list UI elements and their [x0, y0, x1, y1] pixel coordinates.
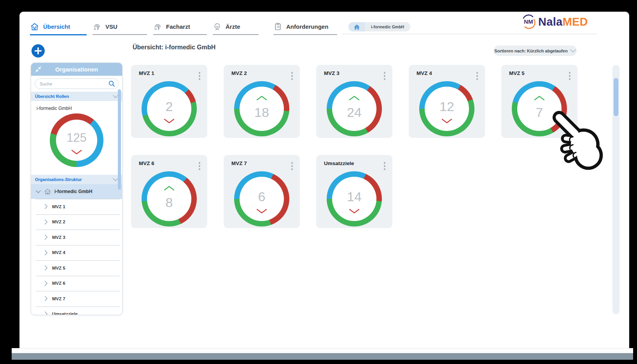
- kebab-menu-icon[interactable]: [198, 71, 201, 81]
- tab-facharzt[interactable]: Facharzt: [153, 19, 207, 35]
- tab-aerzte[interactable]: Ärzte: [213, 19, 259, 35]
- tree-item-mvz-3[interactable]: MVZ 3: [31, 230, 122, 245]
- donut-chart: 2: [142, 81, 197, 136]
- chevron-right-icon: [44, 204, 48, 209]
- trend-up-icon: [348, 95, 360, 101]
- screenshot-canvas: Übersicht VSU Facharzt Ärzte: [0, 0, 637, 364]
- section-label: Organisations-Struktur: [35, 177, 82, 182]
- tree-item-label: MVZ 3: [52, 235, 65, 240]
- card-mvz-2[interactable]: MVZ 2 18: [224, 65, 300, 138]
- tree-root-i-formedic[interactable]: i-formedic GmbH: [31, 184, 122, 199]
- tree-item-mvz-5[interactable]: MVZ 5: [31, 260, 122, 276]
- donut-count: 8: [142, 195, 197, 210]
- chevron-right-icon: [44, 312, 48, 315]
- add-button[interactable]: [32, 44, 45, 57]
- chevron-right-icon: [44, 250, 48, 255]
- section-organisations-struktur[interactable]: Organisations-Struktur: [31, 175, 122, 184]
- chevron-down-icon: [36, 190, 41, 193]
- nav-divider: [342, 34, 597, 34]
- kebab-menu-icon[interactable]: [290, 71, 294, 81]
- panel-header[interactable]: Organisationen: [31, 63, 122, 76]
- tree-item-mvz-4[interactable]: MVZ 4: [31, 245, 122, 261]
- kebab-menu-icon[interactable]: [290, 161, 294, 171]
- search-input[interactable]: [35, 78, 119, 89]
- tree-item-mvz-2[interactable]: MVZ 2: [31, 214, 122, 230]
- tree-item-label: MVZ 7: [52, 296, 65, 301]
- section-label: Übersicht Rollen: [35, 94, 69, 99]
- donut-chart: 125: [50, 113, 103, 167]
- chevron-right-icon: [44, 265, 48, 270]
- donut-chart: 8: [142, 171, 197, 226]
- kebab-menu-icon[interactable]: [383, 161, 387, 171]
- kebab-menu-icon[interactable]: [568, 71, 572, 81]
- tree-item-label: MVZ 6: [52, 281, 65, 286]
- sidebar-scrollbar-thumb[interactable]: [118, 89, 121, 190]
- panel-title: Organisationen: [55, 66, 98, 73]
- chevron-right-icon: [44, 235, 48, 240]
- breadcrumb[interactable]: i-formedic GmbH: [348, 22, 410, 31]
- hospital-icon: [30, 22, 39, 31]
- tab-vsu[interactable]: VSU: [93, 19, 147, 35]
- card-mvz-1[interactable]: MVZ 1 2: [131, 65, 207, 138]
- home-icon[interactable]: [348, 22, 365, 31]
- collapse-icon[interactable]: [35, 66, 42, 73]
- kebab-menu-icon[interactable]: [476, 71, 479, 81]
- chevron-down-icon: [113, 95, 118, 98]
- cards-grid: MVZ 1 2 MVZ 2 18: [131, 65, 578, 228]
- card-title: MVZ 3: [324, 70, 340, 76]
- card-umsatzziele[interactable]: Umsatzziele 14: [316, 155, 392, 228]
- tree-item-mvz-7[interactable]: MVZ 7: [31, 291, 122, 307]
- window-footer-strip: [12, 348, 633, 354]
- window-bottom-bar: [12, 353, 633, 360]
- trend-down-icon: [441, 118, 453, 124]
- tree-item-label: MVZ 5: [52, 266, 65, 270]
- donut-count: 12: [419, 99, 474, 114]
- tree-item-label: MVZ 4: [52, 250, 65, 255]
- page-title: Übersicht: i-formedic GmbH: [133, 44, 215, 51]
- tree-item-label: Umsatzziele: [52, 312, 78, 315]
- trend-down-icon: [348, 208, 360, 214]
- fingerprint-icon: [93, 22, 102, 31]
- card-mvz-5[interactable]: MVZ 5 7: [501, 65, 578, 138]
- clipboard-icon: [273, 22, 282, 31]
- role-org-label: i-formedic GmbH: [37, 106, 72, 111]
- card-mvz-6[interactable]: MVZ 6 8: [131, 155, 207, 228]
- chevron-down-icon: [570, 49, 576, 53]
- main-scrollbar-thumb[interactable]: [614, 78, 618, 116]
- sort-label: Sortieren nach: Kürzlich abgelaufen: [494, 49, 567, 53]
- kebab-menu-icon[interactable]: [383, 71, 387, 81]
- card-title: MVZ 5: [509, 70, 525, 76]
- donut-count: 7: [512, 104, 567, 120]
- chevron-right-icon: [44, 296, 48, 301]
- sort-dropdown[interactable]: Sortieren nach: Kürzlich abgelaufen: [494, 45, 577, 56]
- card-mvz-4[interactable]: MVZ 4 12: [409, 65, 485, 138]
- trend-up-icon: [534, 95, 545, 101]
- card-title: MVZ 6: [139, 160, 154, 166]
- donut-count: 2: [142, 99, 197, 114]
- tree-item-umsatzziele[interactable]: Umsatzziele: [31, 307, 122, 315]
- card-title: MVZ 7: [231, 160, 247, 166]
- trend-down-icon: [163, 118, 175, 124]
- breadcrumb-label: i-formedic GmbH: [365, 22, 410, 31]
- card-mvz-3[interactable]: MVZ 3 24: [316, 65, 392, 138]
- chevron-down-icon: [113, 178, 118, 181]
- card-title: MVZ 4: [416, 70, 432, 76]
- tree-item-mvz-6[interactable]: MVZ 6: [31, 276, 122, 291]
- donut-chart: 24: [327, 81, 382, 136]
- card-title: MVZ 1: [139, 70, 154, 76]
- section-uebersicht-rollen[interactable]: Übersicht Rollen: [31, 92, 122, 101]
- tree-root-label: i-formedic GmbH: [54, 189, 92, 194]
- tree-item-mvz-1[interactable]: MVZ 1: [31, 199, 122, 214]
- nalamed-logo: NM NalaMED: [521, 14, 588, 30]
- card-title: Umsatzziele: [324, 160, 354, 166]
- tab-label: Übersicht: [43, 23, 70, 30]
- tab-label: VSU: [105, 23, 117, 30]
- tab-anforderungen[interactable]: Anforderungen: [273, 19, 337, 35]
- card-mvz-7[interactable]: MVZ 7 6: [224, 155, 300, 228]
- tab-label: Anforderungen: [286, 23, 328, 30]
- search-icon[interactable]: [108, 80, 116, 87]
- trend-up-icon: [163, 185, 175, 191]
- chevron-right-icon: [44, 281, 48, 286]
- kebab-menu-icon[interactable]: [198, 161, 201, 171]
- tab-uebersicht[interactable]: Übersicht: [30, 19, 87, 35]
